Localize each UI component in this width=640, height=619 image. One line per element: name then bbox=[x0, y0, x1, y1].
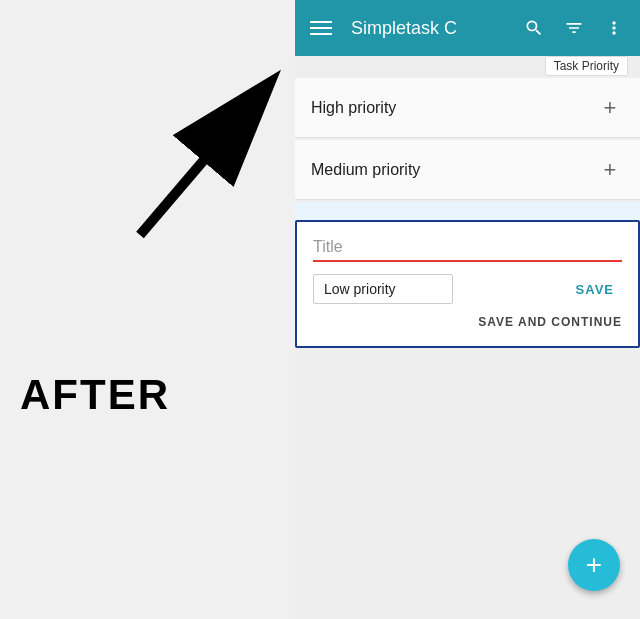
filter-button[interactable] bbox=[556, 10, 592, 46]
search-button[interactable] bbox=[516, 10, 552, 46]
filter-icon bbox=[564, 18, 584, 38]
add-high-priority-button[interactable]: + bbox=[596, 94, 624, 122]
app-toolbar: Simpletask C bbox=[295, 0, 640, 56]
edit-dialog-row: Low priority SAVE bbox=[313, 274, 622, 304]
edit-value-box: Low priority bbox=[313, 274, 453, 304]
toolbar-actions bbox=[516, 10, 632, 46]
after-label: AFTER bbox=[20, 371, 170, 419]
save-and-continue-button[interactable]: SAVE AND CONTINUE bbox=[478, 315, 622, 329]
save-button[interactable]: SAVE bbox=[568, 278, 622, 301]
more-button[interactable] bbox=[596, 10, 632, 46]
more-icon bbox=[604, 18, 624, 38]
task-priority-bar: Task Priority bbox=[295, 56, 640, 76]
priority-label-high: High priority bbox=[311, 99, 396, 117]
arrow-graphic bbox=[100, 60, 300, 260]
svg-line-1 bbox=[140, 85, 268, 235]
edit-dialog: Low priority SAVE SAVE AND CONTINUE bbox=[295, 220, 640, 348]
left-area: AFTER bbox=[0, 0, 295, 619]
add-medium-priority-button[interactable]: + bbox=[596, 156, 624, 184]
app-title: Simpletask C bbox=[339, 18, 516, 39]
fab-button[interactable]: + bbox=[568, 539, 620, 591]
priority-item-medium: Medium priority + bbox=[295, 140, 640, 200]
fab-icon: + bbox=[586, 551, 602, 579]
priority-label-medium: Medium priority bbox=[311, 161, 420, 179]
title-input[interactable] bbox=[313, 234, 622, 262]
task-priority-label: Task Priority bbox=[545, 56, 628, 76]
menu-button[interactable] bbox=[303, 10, 339, 46]
priority-item-high: High priority + bbox=[295, 78, 640, 138]
search-icon bbox=[524, 18, 544, 38]
edit-dialog-footer: SAVE AND CONTINUE bbox=[313, 304, 622, 330]
hamburger-icon bbox=[310, 21, 332, 35]
app-panel: Simpletask C Task Pr bbox=[295, 0, 640, 619]
